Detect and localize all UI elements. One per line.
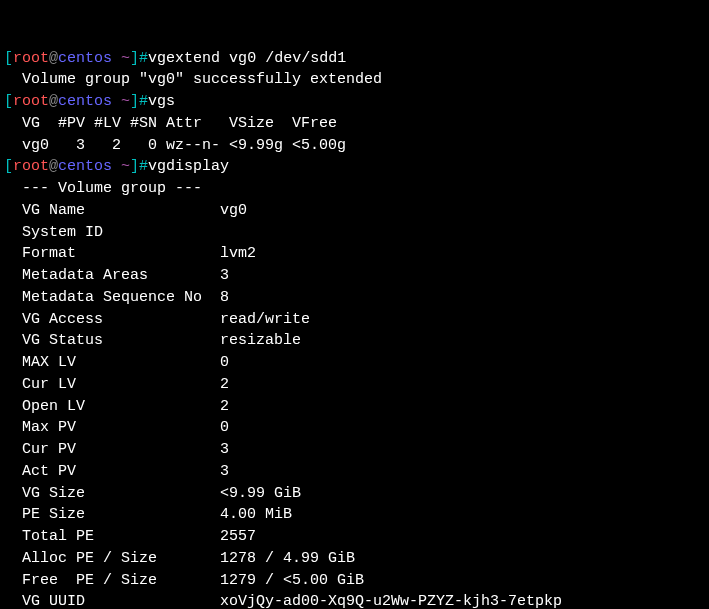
prompt-hash: # <box>139 158 148 175</box>
prompt-hash: # <box>139 50 148 67</box>
command-line: [root@centos ~]#vgdisplay <box>4 156 705 178</box>
prompt-bracket-close: ] <box>130 93 139 110</box>
prompt-bracket-open: [ <box>4 158 13 175</box>
command-output: Volume group "vg0" successfully extended <box>4 69 705 91</box>
command-output: --- Volume group --- VG Name vg0 System … <box>4 178 705 609</box>
prompt-path: ~ <box>112 93 130 110</box>
prompt-host: centos <box>58 158 112 175</box>
terminal-output: [root@centos ~]#vgextend vg0 /dev/sdd1 V… <box>4 48 705 610</box>
prompt-host: centos <box>58 50 112 67</box>
prompt-bracket-close: ] <box>130 50 139 67</box>
prompt-at: @ <box>49 93 58 110</box>
prompt-user: root <box>13 93 49 110</box>
prompt-user: root <box>13 158 49 175</box>
prompt-user: root <box>13 50 49 67</box>
prompt-path: ~ <box>112 50 130 67</box>
prompt-host: centos <box>58 93 112 110</box>
prompt-bracket-close: ] <box>130 158 139 175</box>
command-line: [root@centos ~]#vgextend vg0 /dev/sdd1 <box>4 48 705 70</box>
command-output: VG #PV #LV #SN Attr VSize VFree vg0 3 2 … <box>4 113 705 157</box>
command-text: vgs <box>148 93 175 110</box>
prompt-path: ~ <box>112 158 130 175</box>
command-line: [root@centos ~]#vgs <box>4 91 705 113</box>
prompt-hash: # <box>139 93 148 110</box>
prompt-bracket-open: [ <box>4 93 13 110</box>
command-text: vgdisplay <box>148 158 229 175</box>
command-text: vgextend vg0 /dev/sdd1 <box>148 50 346 67</box>
prompt-bracket-open: [ <box>4 50 13 67</box>
prompt-at: @ <box>49 50 58 67</box>
prompt-at: @ <box>49 158 58 175</box>
